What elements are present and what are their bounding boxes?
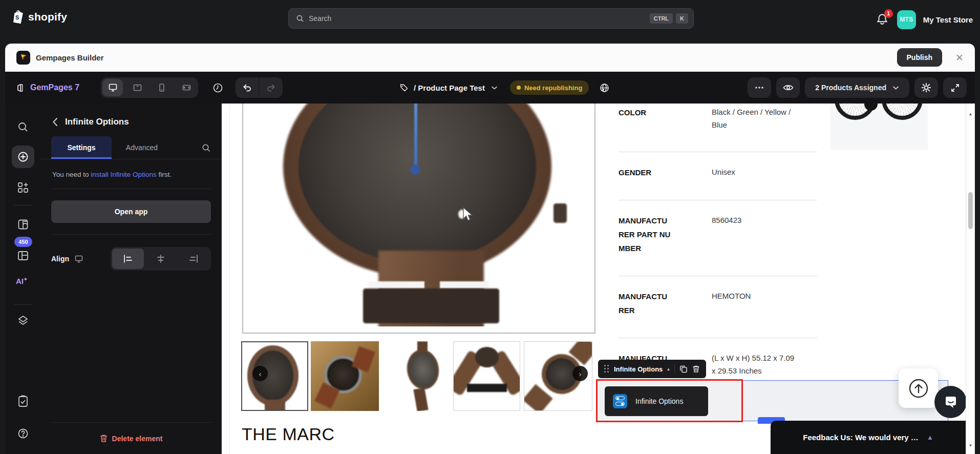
ai-label: AI — [16, 277, 24, 285]
store-name[interactable]: My Test Store — [923, 15, 973, 24]
rail-divider — [14, 205, 32, 205]
device-tablet-button[interactable] — [127, 79, 147, 96]
install-infinite-options-link[interactable]: install Infinite Options — [91, 171, 156, 178]
panel-back-icon[interactable] — [52, 117, 58, 127]
feedback-expand-icon[interactable]: ▲ — [927, 434, 933, 441]
notice-suffix: first. — [157, 171, 172, 178]
builder-app-title: Gempages Builder — [36, 53, 104, 62]
spec-label: GENDER — [619, 166, 671, 179]
search-input[interactable]: Search CTRL K — [288, 8, 694, 29]
products-assigned-label: 2 Products Assigned — [815, 84, 886, 92]
page-canvas[interactable]: ‹ › THE MARC COLOR Black / Green / Yello… — [222, 104, 966, 454]
undo-button[interactable] — [236, 77, 259, 98]
rail-help-icon[interactable] — [17, 427, 29, 442]
panel-search-icon[interactable] — [201, 143, 211, 153]
align-device-monitor-icon[interactable] — [74, 255, 83, 263]
scrollbar-down-arrow[interactable]: ▼ — [966, 443, 975, 448]
drag-handle-icon[interactable] — [604, 365, 609, 373]
more-options-button[interactable] — [748, 77, 771, 98]
preview-eye-button[interactable] — [776, 77, 800, 98]
publish-button[interactable]: Publish — [897, 48, 943, 67]
rail-templates-icon[interactable] — [17, 250, 29, 263]
panel-tabs: Settings Advanced — [41, 136, 221, 159]
trash-icon — [100, 434, 108, 443]
svg-text:S: S — [15, 14, 19, 20]
spec-value: (L x W x H) 55.12 x 7.09 x 29.53 Inches — [712, 352, 795, 379]
open-app-button[interactable]: Open app — [51, 200, 211, 223]
left-icon-rail: 450 AI✦ — [5, 104, 41, 454]
align-right-button[interactable] — [178, 249, 209, 269]
device-mobile-button[interactable] — [152, 79, 172, 96]
device-responsive-button[interactable] — [176, 79, 197, 96]
thumbnail-3[interactable] — [398, 341, 449, 411]
device-desktop-button[interactable] — [102, 79, 123, 96]
rail-checklist-icon[interactable] — [17, 395, 29, 410]
collapse-chevron-icon[interactable]: ▴ — [667, 366, 670, 372]
spec-value: Black / Green / Yellow / Blue — [712, 106, 795, 131]
install-notice: You need to install Infinite Options fir… — [41, 159, 221, 189]
notifications-button[interactable]: 1 — [876, 12, 890, 27]
history-clock-icon[interactable] — [212, 82, 223, 93]
products-assigned-dropdown[interactable]: 2 Products Assigned — [805, 77, 909, 98]
gempages-brand[interactable]: GemPages 7 — [30, 83, 79, 92]
infinite-options-element[interactable]: Infinite Options — [605, 386, 708, 416]
tab-advanced[interactable]: Advanced — [112, 136, 172, 159]
rail-sections-icon[interactable] — [17, 181, 29, 196]
thumbnail-1[interactable] — [241, 341, 308, 411]
rail-counter-badge: 450 — [14, 237, 32, 247]
toolbar-separator — [674, 364, 675, 374]
spec-value: HEMOTON — [712, 290, 795, 317]
thumbnail-2[interactable] — [311, 341, 379, 411]
close-builder-icon[interactable]: ✕ — [955, 52, 964, 64]
shortcut-ctrl-key: CTRL — [650, 13, 673, 24]
settings-gear-button[interactable] — [914, 77, 938, 98]
shopify-bag-icon: S — [11, 9, 25, 25]
page-name[interactable]: / Product Page Test — [414, 84, 485, 92]
element-toolbar-label[interactable]: Infinite Options — [614, 365, 663, 373]
rail-layers-icon[interactable] — [17, 315, 29, 329]
builder-toolbar: GemPages 7 — [5, 72, 975, 104]
canvas-scrollbar[interactable]: ▲ ▼ — [966, 104, 975, 454]
sparkle-icon: ✦ — [24, 277, 28, 282]
rail-search-icon[interactable] — [17, 121, 29, 135]
related-product-image[interactable] — [830, 104, 928, 150]
gempages-builder-modal: Gempages Builder Publish ✕ GemPages 7 — [5, 44, 975, 454]
watch-photo — [249, 104, 588, 326]
align-segmented-control — [111, 247, 211, 271]
scroll-to-top-button[interactable] — [899, 368, 938, 408]
product-title[interactable]: THE MARC — [242, 424, 335, 444]
shopify-wordmark: shopify — [28, 11, 67, 23]
align-left-button[interactable] — [112, 249, 144, 269]
page-chevron-down-icon[interactable] — [491, 86, 498, 90]
globe-translate-icon[interactable] — [599, 82, 610, 93]
canvas-margin-line — [229, 104, 230, 454]
feedback-banner[interactable]: Feedback Us: We would very … ▲ — [771, 421, 966, 454]
product-main-image[interactable] — [242, 104, 595, 334]
rail-ai-button[interactable]: AI✦ — [16, 277, 28, 285]
builder-header: Gempages Builder Publish ✕ — [5, 44, 975, 72]
duplicate-element-icon[interactable] — [679, 365, 688, 373]
fullscreen-button[interactable] — [943, 77, 967, 98]
product-specs-table[interactable]: COLOR Black / Green / Yellow / Blue GEND… — [619, 104, 817, 400]
scrollbar-thumb[interactable] — [968, 192, 973, 229]
tab-settings[interactable]: Settings — [51, 136, 112, 159]
redo-button[interactable] — [259, 77, 283, 98]
gallery-next-button[interactable]: › — [572, 366, 588, 381]
align-center-button[interactable] — [145, 249, 177, 269]
scrollbar-up-arrow[interactable]: ▲ — [966, 112, 975, 116]
undo-redo-group — [236, 77, 283, 98]
delete-element-icon[interactable] — [692, 365, 700, 373]
live-chat-button[interactable] — [934, 386, 966, 418]
shopify-logo[interactable]: S shopify — [11, 9, 67, 25]
rail-add-element-button[interactable] — [12, 146, 34, 168]
rail-theme-icon[interactable] — [17, 218, 29, 233]
gallery-prev-button[interactable]: ‹ — [252, 366, 268, 381]
rail-divider — [14, 304, 32, 305]
exit-editor-icon[interactable] — [14, 83, 24, 93]
delete-element-button[interactable]: Delete element — [51, 422, 211, 454]
spec-row: GENDER Unisex — [619, 152, 817, 200]
thumbnail-4[interactable] — [453, 341, 520, 411]
store-avatar[interactable]: MTS — [897, 10, 916, 29]
infinite-options-element-highlight[interactable]: Infinite Options — [596, 379, 743, 422]
element-floating-toolbar: Infinite Options ▴ — [598, 360, 706, 378]
